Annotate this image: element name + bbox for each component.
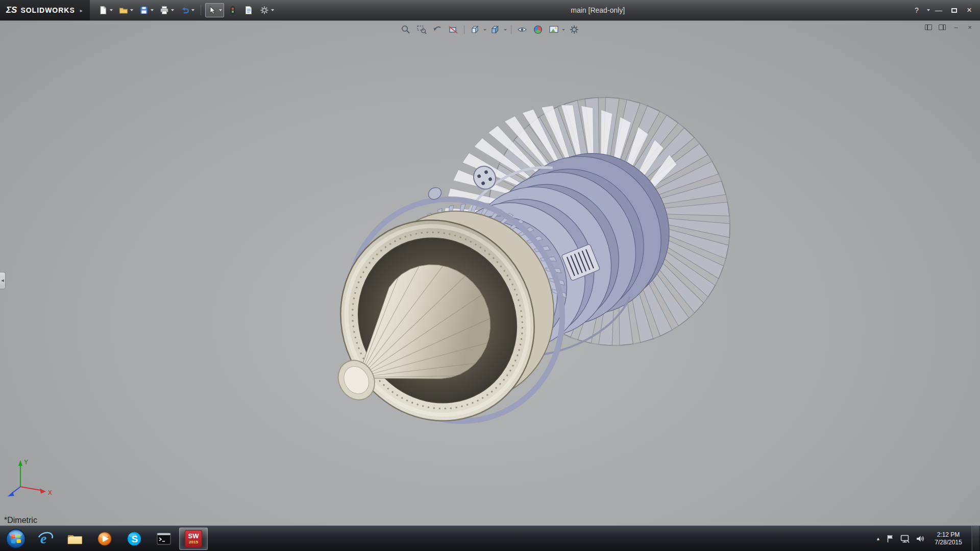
triad-y-label: Y [24, 459, 28, 466]
appearance-ball-icon [532, 24, 544, 35]
taskbar-explorer[interactable] [61, 528, 89, 550]
chevron-down-icon[interactable] [171, 9, 174, 11]
quick-access-toolbar [96, 3, 276, 17]
document-window-controls: – × [923, 23, 975, 31]
command-prompt-icon [156, 532, 172, 546]
solidworks-app-icon: SW 2015 [185, 530, 202, 547]
help-button[interactable]: ? [910, 5, 923, 16]
action-center-flag-icon[interactable] [886, 534, 894, 543]
taskbar-solidworks[interactable]: SW 2015 [179, 528, 208, 550]
pane-left-icon [925, 24, 932, 30]
brand-name: SOLIDWORKS [20, 6, 75, 14]
previous-view-icon [432, 24, 443, 35]
media-player-icon [96, 531, 113, 547]
view-settings-gear-icon [569, 24, 580, 35]
clock-date: 7/28/2015 [930, 539, 966, 546]
chevron-down-icon[interactable] [191, 9, 194, 11]
new-button[interactable] [96, 3, 115, 17]
chevron-down-icon[interactable] [219, 9, 222, 11]
new-document-icon [98, 5, 108, 15]
doc-close-button[interactable]: × [965, 23, 975, 31]
maximize-button[interactable] [947, 5, 961, 16]
save-button[interactable] [137, 3, 156, 17]
view-settings-button[interactable] [568, 23, 581, 36]
open-folder-icon [118, 5, 129, 15]
minimize-button[interactable]: — [932, 5, 945, 16]
taskbar: e S [0, 525, 980, 551]
previous-view-button[interactable] [431, 23, 444, 36]
chevron-down-icon[interactable] [483, 29, 486, 31]
menu-expand-arrow-icon[interactable]: ▸ [80, 8, 83, 13]
options-button[interactable] [257, 3, 276, 17]
section-view-button[interactable] [447, 23, 460, 36]
model-jet-engine[interactable] [266, 41, 775, 488]
display-style-icon [490, 24, 501, 35]
clock-time: 2:12 PM [930, 531, 966, 539]
window-controls: ? — × [910, 5, 980, 16]
feature-manager-splitter[interactable]: ◀ [0, 272, 6, 289]
pane-left-button[interactable] [923, 23, 934, 31]
select-button[interactable] [205, 3, 224, 17]
chevron-down-icon[interactable] [504, 29, 507, 31]
taskbar-internet-explorer[interactable]: e [31, 528, 60, 550]
chevron-down-icon[interactable] [130, 9, 133, 11]
printer-icon [159, 5, 169, 15]
network-icon[interactable] [900, 534, 910, 543]
system-tray: ▲ 2:12 PM 7/28/2015 [876, 526, 980, 551]
pane-right-button[interactable] [937, 23, 947, 31]
zoom-to-fit-button[interactable] [399, 23, 412, 36]
chevron-down-icon[interactable] [562, 29, 565, 31]
scene-icon [548, 24, 559, 35]
edit-appearance-button[interactable] [531, 23, 545, 36]
toolbar-separator [201, 5, 201, 15]
chevron-down-icon[interactable] [271, 9, 274, 11]
zoom-area-icon [416, 24, 427, 35]
taskbar-command-prompt[interactable] [150, 528, 178, 550]
zoom-fit-icon [400, 24, 411, 35]
view-orientation-label: *Dimetric [4, 516, 37, 525]
hide-show-items-button[interactable] [516, 23, 529, 36]
skype-icon: S [126, 531, 142, 547]
zoom-to-area-button[interactable] [415, 23, 428, 36]
solidworks-logo-icon: ΣS [6, 5, 17, 15]
volume-icon[interactable] [916, 534, 925, 543]
toolbar-separator [511, 25, 511, 34]
save-floppy-icon [139, 5, 149, 15]
rebuild-stoplight-icon [228, 5, 238, 15]
rebuild-button[interactable] [226, 3, 240, 17]
undo-button[interactable] [178, 3, 197, 17]
show-desktop-button[interactable] [972, 526, 979, 551]
doc-minimize-button[interactable]: – [951, 23, 961, 31]
taskbar-skype[interactable]: S [120, 528, 149, 550]
chevron-down-icon[interactable] [927, 9, 930, 11]
solidworks-logo[interactable]: ΣS SOLIDWORKS ▸ [0, 0, 90, 20]
apply-scene-button[interactable] [547, 23, 560, 36]
file-properties-icon [243, 5, 254, 15]
display-style-button[interactable] [489, 23, 502, 36]
document-title: main [Read-only] [571, 6, 625, 14]
print-button[interactable] [157, 3, 176, 17]
chevron-down-icon[interactable] [110, 9, 113, 11]
heads-up-view-toolbar [399, 23, 581, 36]
graphics-viewport[interactable]: – × ◀ Y X *Dimetric [0, 20, 980, 525]
chevron-down-icon[interactable] [151, 9, 154, 11]
file-properties-button[interactable] [241, 3, 256, 17]
taskbar-clock[interactable]: 2:12 PM 7/28/2015 [930, 531, 966, 546]
graphics-area[interactable] [0, 21, 980, 526]
windows-start-icon [5, 528, 27, 549]
undo-arrow-icon [180, 5, 190, 15]
section-view-icon [448, 24, 459, 35]
taskbar-media-player[interactable] [90, 528, 119, 550]
folder-icon [66, 532, 84, 546]
eye-icon [517, 24, 528, 35]
gear-icon [259, 5, 270, 15]
select-cursor-icon [207, 5, 217, 15]
close-button[interactable]: × [963, 5, 976, 16]
orientation-triad: Y X [3, 453, 59, 509]
open-button[interactable] [116, 3, 135, 17]
view-orientation-button[interactable] [469, 23, 482, 36]
start-button[interactable] [3, 527, 29, 551]
triad-x-label: X [48, 489, 52, 496]
toolbar-separator [464, 25, 464, 34]
tray-expand-icon[interactable]: ▲ [876, 536, 880, 541]
